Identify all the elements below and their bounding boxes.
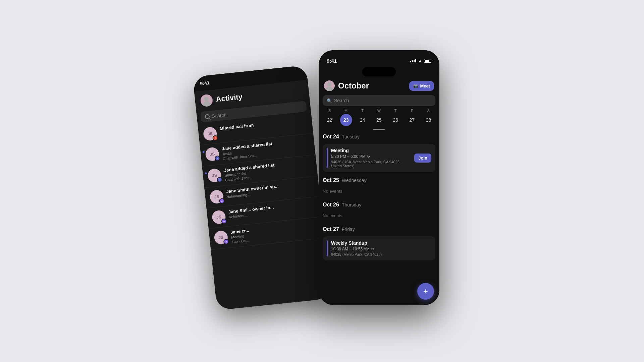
week-dates: 22 23 24 25 26 27 28: [321, 114, 437, 126]
status-icons: ▲: [410, 58, 431, 63]
event-info: Meeting 5:30 PM – 6:00 PM ↻ 94025 (USA, …: [331, 148, 411, 168]
badge-icon: ✓: [212, 135, 218, 141]
day-name: Thursday: [342, 202, 361, 207]
calendar-body: Oct 24 Tuesday Meeting 5:30 PM – 6:00 PM…: [319, 132, 439, 264]
svg-point-3: [326, 86, 333, 91]
event-card-standup[interactable]: Weekly Standup 10:30 AM – 10:55 AM ↻ 940…: [323, 236, 435, 260]
battery-icon: [424, 59, 431, 63]
search-icon: 🔍: [327, 98, 332, 103]
badge-icon: ●: [221, 218, 227, 224]
unread-dot: [203, 151, 205, 153]
event-accent: [327, 148, 328, 168]
scroll-indicator: [373, 129, 385, 130]
badge-icon: ✓: [217, 177, 223, 183]
badge-icon: ✓: [214, 156, 220, 162]
svg-point-0: [204, 96, 209, 101]
unread-dot: [205, 172, 207, 175]
month-row: October: [324, 80, 369, 91]
svg-point-2: [327, 82, 331, 86]
day-number: Oct 26: [323, 202, 339, 208]
avatar-wrap: JS ●: [211, 210, 226, 225]
repeat-icon: ↻: [371, 247, 374, 251]
day-label-s: S: [324, 109, 336, 113]
wifi-icon: ▲: [418, 58, 422, 63]
badge-icon: ●: [219, 198, 225, 204]
day-label-w: W: [373, 109, 385, 113]
meet-label: Meet: [420, 83, 430, 88]
avatar-wrap: JS ✓: [203, 126, 217, 141]
scene: 9:41 Activity Search JS ✓ Missed call fr…: [205, 50, 439, 312]
event-info: Weekly Standup 10:30 AM – 10:55 AM ↻ 940…: [331, 240, 431, 256]
date-25[interactable]: 25: [373, 114, 385, 126]
date-28[interactable]: 28: [422, 114, 434, 126]
svg-point-1: [203, 101, 211, 107]
day-label-s2: S: [422, 109, 434, 113]
no-events-label: No events: [323, 187, 435, 196]
join-button[interactable]: Join: [414, 154, 431, 163]
day-section-oct25: Oct 25 Wednesday No events: [323, 176, 435, 196]
search-icon: [205, 114, 210, 119]
avatar-wrap: JS ●: [214, 230, 228, 245]
avatar-wrap: JS ✓: [207, 168, 222, 183]
day-header: Oct 25 Wednesday: [323, 176, 435, 185]
avatar-wrap: JS ✓: [205, 147, 220, 162]
date-27[interactable]: 27: [406, 114, 418, 126]
day-label-m: M: [340, 109, 352, 113]
day-label-t2: T: [389, 109, 401, 113]
date-24[interactable]: 24: [357, 114, 369, 126]
calendar-search[interactable]: 🔍 Search: [323, 95, 435, 106]
event-title: Weekly Standup: [331, 240, 431, 246]
badge-icon: ●: [223, 239, 229, 245]
back-time: 9:41: [200, 80, 210, 86]
activity-list: JS ✓ Missed call from JS ✓ Jane added a …: [198, 113, 324, 250]
date-26[interactable]: 26: [389, 114, 401, 126]
event-location: 94025 (Menlo Park, CA 94025): [331, 252, 431, 256]
event-accent: [327, 240, 328, 256]
dynamic-island: [362, 67, 396, 76]
front-time: 9:41: [327, 58, 337, 64]
back-title: Activity: [215, 93, 243, 104]
day-name: Wednesday: [342, 178, 367, 183]
signal-icon: [410, 59, 416, 62]
day-label-f: F: [406, 109, 418, 113]
search-placeholder: Search: [334, 98, 349, 103]
date-23[interactable]: 23: [340, 114, 352, 126]
day-section-oct24: Oct 24 Tuesday Meeting 5:30 PM – 6:00 PM…: [323, 132, 435, 172]
day-header: Oct 26 Thursday: [323, 200, 435, 209]
camera-icon: 📷: [413, 83, 418, 88]
day-number: Oct 25: [323, 177, 339, 183]
date-22[interactable]: 22: [324, 114, 336, 126]
front-status-bar: 9:41 ▲: [319, 50, 439, 67]
fab-button[interactable]: +: [417, 283, 434, 300]
event-card-meeting[interactable]: Meeting 5:30 PM – 6:00 PM ↻ 94025 (USA, …: [323, 144, 435, 172]
front-phone: 9:41 ▲ October: [319, 50, 439, 305]
day-header: Oct 24 Tuesday: [323, 132, 435, 141]
day-header: Oct 27 Friday: [323, 225, 435, 234]
back-avatar: [200, 94, 213, 107]
day-name: Tuesday: [342, 134, 360, 139]
repeat-icon: ↻: [367, 155, 370, 159]
event-time: 10:30 AM – 10:55 AM ↻: [331, 247, 431, 251]
cal-avatar: [324, 80, 335, 91]
week-strip: S M T W T F S 22 23 24 25 26 27 28: [319, 109, 439, 127]
calendar-header: October 📷 Meet: [319, 79, 439, 94]
week-days-header: S M T W T F S: [321, 109, 437, 113]
day-section-oct26: Oct 26 Thursday No events: [323, 200, 435, 221]
day-name: Friday: [342, 227, 355, 232]
avatar-wrap: JS ●: [209, 189, 224, 204]
back-phone: 9:41 Activity Search JS ✓ Missed call fr…: [193, 65, 330, 310]
day-section-oct27: Oct 27 Friday Weekly Standup 10:30 AM – …: [323, 225, 435, 260]
event-title: Meeting: [331, 148, 411, 153]
month-title: October: [338, 81, 369, 90]
meet-button[interactable]: 📷 Meet: [409, 81, 434, 91]
event-time: 5:30 PM – 6:00 PM ↻: [331, 154, 411, 159]
back-search-label: Search: [211, 112, 227, 119]
day-label-t: T: [357, 109, 369, 113]
no-events-label: No events: [323, 212, 435, 221]
day-number: Oct 27: [323, 226, 339, 232]
event-location: 94025 (USA, West Menlo Park, CA 94025, U…: [331, 160, 411, 168]
day-number: Oct 24: [323, 134, 339, 140]
